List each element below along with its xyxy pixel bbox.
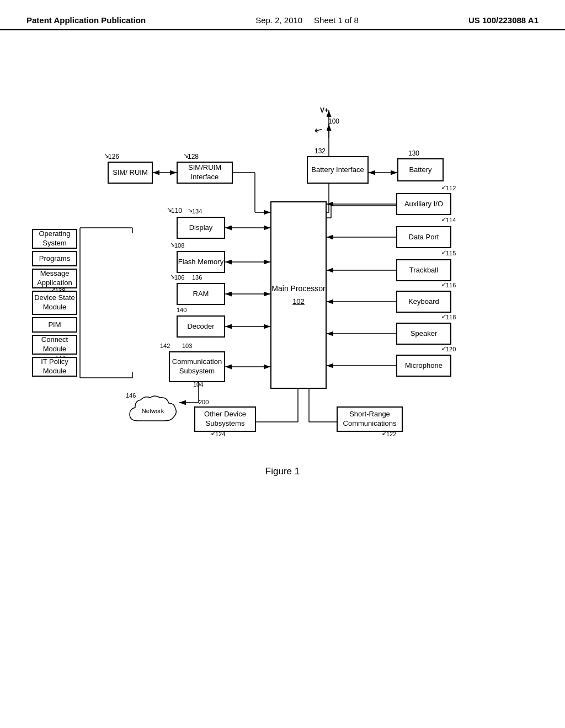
other-device-box: Other Device Subsystems	[194, 406, 256, 432]
svg-text:Network: Network	[142, 408, 164, 414]
figure-caption: Figure 1	[0, 466, 565, 477]
ref-126: 126	[108, 153, 119, 160]
battery-label: Battery	[409, 165, 431, 175]
message-app-box: Message Application	[32, 269, 77, 288]
connect-module-label: Connect Module	[33, 335, 76, 354]
ref-118-arrow: ↙	[441, 313, 446, 320]
ref-100: 100	[328, 117, 339, 125]
ref-100-arrow: ↙	[312, 123, 326, 138]
device-state-box: Device State Module	[32, 291, 77, 315]
header-sheet: Sheet 1 of 8	[314, 15, 359, 25]
display-box: Display	[177, 217, 225, 239]
keyboard-label: Keyboard	[408, 297, 439, 307]
other-device-label: Other Device Subsystems	[195, 410, 255, 429]
ref-115-arrow: ↙	[441, 249, 446, 256]
ref-108: 108	[174, 242, 184, 249]
trackball-label: Trackball	[409, 266, 438, 275]
diagram-area: 100 ↙ V+ SIM/ RUIM 126 ↘ SIM/RUIM Interf…	[0, 36, 565, 643]
pim-label: PIM	[48, 320, 61, 330]
battery-box: Battery	[397, 158, 444, 181]
header: Patent Application Publication Sep. 2, 2…	[0, 0, 565, 30]
header-date: Sep. 2, 2010	[255, 15, 302, 25]
ref-122-arrow: ↙	[382, 430, 387, 437]
main-processor-label: Main Processor	[271, 283, 325, 295]
ref-106-arrow: ↘	[170, 273, 175, 280]
microphone-box: Microphone	[396, 355, 451, 377]
ref-114: 114	[446, 217, 456, 223]
ref-146: 146	[126, 392, 136, 399]
it-policy-box: IT Policy Module	[32, 357, 77, 377]
ref-102: 102	[292, 297, 305, 307]
ref-108-arrow: ↘	[170, 241, 175, 248]
speaker-label: Speaker	[411, 329, 437, 339]
battery-interface-box: Battery Interface	[307, 156, 369, 184]
ref-130: 130	[408, 149, 419, 157]
ref-115: 115	[446, 250, 456, 256]
vplus-label: V+	[320, 106, 328, 114]
ref-120: 120	[446, 346, 456, 352]
ref-114-arrow: ↙	[441, 216, 446, 223]
data-port-box: Data Port	[396, 226, 451, 248]
header-left: Patent Application Publication	[26, 15, 146, 25]
main-processor-box: Main Processor 102	[270, 201, 327, 389]
ref-112: 112	[446, 185, 456, 191]
short-range-label: Short-Range Communications	[338, 410, 402, 429]
page: Patent Application Publication Sep. 2, 2…	[0, 0, 565, 728]
decoder-box: Decoder	[177, 315, 225, 338]
ref-134: 134	[192, 208, 202, 215]
comm-subsystem-label: Communication Subsystem	[170, 357, 224, 376]
ram-label: RAM	[193, 290, 209, 299]
microphone-label: Microphone	[405, 361, 443, 371]
auxiliary-io-box: Auxiliary I/O	[396, 193, 451, 215]
ref-124: 124	[215, 431, 225, 437]
ref-103: 103	[182, 342, 192, 349]
flash-memory-label: Flash Memory	[178, 258, 223, 267]
flash-memory-box: Flash Memory	[177, 251, 225, 273]
ref-116: 116	[446, 282, 456, 288]
trackball-box: Trackball	[396, 259, 451, 281]
data-port-label: Data Port	[409, 233, 439, 242]
ref-122: 122	[386, 431, 396, 437]
ref-124-arrow: ↙	[211, 430, 216, 437]
short-range-box: Short-Range Communications	[337, 406, 403, 432]
os-box: Operating System	[32, 229, 77, 249]
ref-118: 118	[446, 314, 456, 320]
header-center: Sep. 2, 2010 Sheet 1 of 8	[255, 15, 359, 25]
speaker-box: Speaker	[396, 323, 451, 345]
ref-128: 128	[188, 153, 199, 160]
ref-136: 136	[192, 274, 202, 281]
ref-104: 104	[193, 381, 203, 388]
ref-116-arrow: ↙	[441, 281, 446, 288]
it-policy-label: IT Policy Module	[33, 357, 76, 376]
ref-142: 142	[160, 342, 170, 349]
sim-ruim-interface-label: SIM/RUIM Interface	[178, 163, 232, 182]
sim-ruim-label: SIM/ RUIM	[113, 168, 148, 178]
ram-box: RAM	[177, 283, 225, 305]
display-label: Display	[189, 223, 213, 233]
keyboard-box: Keyboard	[396, 291, 451, 313]
decoder-label: Decoder	[187, 322, 214, 331]
ref-110: 110	[171, 207, 182, 215]
ref-112-arrow: ↙	[441, 184, 446, 191]
ref-106: 106	[174, 274, 184, 281]
ref-110-arrow: ↘	[167, 206, 172, 213]
ref-140: 140	[177, 307, 186, 313]
ref-200: 200	[199, 399, 209, 405]
ref-120-arrow: ↙	[441, 345, 446, 352]
device-state-label: Device State Module	[33, 293, 76, 312]
ref-134-arrow: ↘	[188, 207, 193, 214]
sim-ruim-box: SIM/ RUIM	[108, 162, 153, 184]
programs-box: Programs	[32, 251, 77, 266]
ref-126-arrow: ↘	[104, 152, 109, 159]
programs-label: Programs	[39, 254, 70, 264]
ref-132: 132	[315, 147, 326, 155]
ref-128-arrow: ↘	[183, 152, 189, 159]
sim-ruim-interface-box: SIM/RUIM Interface	[177, 162, 233, 184]
message-app-label: Message Application	[33, 269, 76, 288]
auxiliary-io-label: Auxiliary I/O	[404, 200, 443, 209]
connect-module-box: Connect Module	[32, 335, 77, 355]
comm-subsystem-box: Communication Subsystem	[169, 351, 225, 382]
header-right: US 100/223088 A1	[468, 15, 539, 25]
os-label: Operating System	[33, 229, 76, 248]
battery-interface-label: Battery Interface	[311, 165, 364, 175]
